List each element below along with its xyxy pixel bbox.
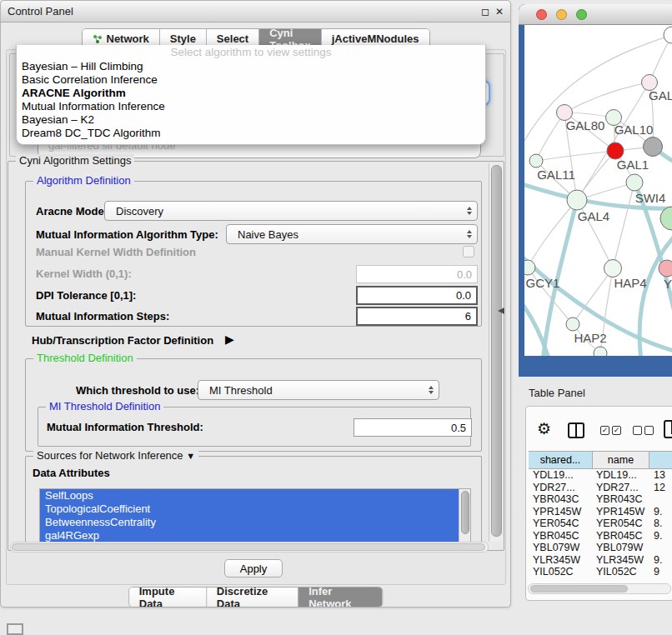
manual-kernel-width-label: Manual Kernel Width Definition	[36, 246, 196, 258]
mi-algorithm-type-label: Mutual Information Algorithm Type:	[36, 228, 218, 241]
dpi-tolerance-field[interactable]: 0.0	[356, 286, 478, 305]
kernel-width-field[interactable]: 0.0	[356, 265, 478, 283]
scrollbar-thumb[interactable]	[530, 585, 628, 592]
network-node-label: GCY1	[526, 276, 560, 290]
which-threshold-label: Which threshold to use:	[76, 384, 199, 397]
network-node[interactable]	[594, 347, 607, 356]
table-row[interactable]: YDL19...YDL19...13	[526, 469, 672, 482]
network-node[interactable]	[607, 142, 624, 159]
table-cell: 8.	[654, 518, 662, 530]
algorithm-dropdown-popup: Select algorithm to view settings Bayesi…	[16, 45, 486, 145]
scrollbar-thumb[interactable]	[491, 165, 502, 537]
attribute-list-item[interactable]: gal4RGexp	[40, 529, 459, 542]
network-node[interactable]	[529, 154, 543, 168]
network-node[interactable]	[659, 260, 672, 277]
network-node[interactable]	[524, 260, 535, 275]
scrollbar-thumb[interactable]	[12, 543, 485, 551]
table-row[interactable]: YBR045CYBR045C9.	[526, 530, 672, 542]
table-row[interactable]: YBL079WYBL079W	[526, 542, 672, 554]
table-horizontal-scrollbar[interactable]	[528, 583, 671, 594]
tab-discretize-data[interactable]: Discretize Data	[206, 588, 298, 607]
mi-threshold-field[interactable]: 0.5	[354, 418, 472, 437]
tab-label: Select	[217, 32, 248, 45]
scrollbar-thumb[interactable]	[461, 491, 469, 534]
control-panel-title: Control Panel	[8, 5, 73, 18]
combo-arrows-icon	[467, 230, 472, 238]
algorithm-popup-item[interactable]: Dream8 DC_TDC Algorithm	[17, 127, 485, 140]
tab-impute-data[interactable]: Impute Data	[129, 588, 206, 607]
settings-vertical-scrollbar[interactable]	[489, 163, 503, 542]
table-row[interactable]: YPR145WYPR145W9.	[526, 506, 672, 518]
control-panel-titlebar[interactable]: Control Panel ◻ ✕	[1, 1, 510, 22]
group-title: Sources for Network Inference ▼	[33, 449, 198, 462]
table-cell: YER054C	[596, 518, 643, 530]
list-vertical-scrollbar[interactable]	[459, 489, 470, 545]
which-threshold-combo[interactable]: MI Threshold	[198, 380, 439, 400]
table-cell: YIL052C	[596, 566, 637, 578]
network-node-label: GAL4	[578, 209, 609, 223]
close-window-icon[interactable]	[536, 9, 547, 20]
attribute-list-item[interactable]: SelfLoops	[40, 489, 459, 502]
table-row[interactable]: YIL052CYIL052C9	[526, 566, 672, 578]
kernel-width-label: Kernel Width (0,1):	[36, 268, 132, 280]
network-node[interactable]	[566, 318, 579, 331]
network-node[interactable]	[567, 190, 587, 210]
table-row[interactable]: YBR043CYBR043C	[526, 493, 672, 506]
combo-arrows-icon	[467, 207, 472, 215]
float-panel-icon[interactable]: ◻	[481, 7, 489, 17]
aracne-mode-combo[interactable]: Discovery	[104, 201, 478, 221]
collapsed-panel-icon[interactable]	[7, 623, 23, 635]
algorithm-popup-item[interactable]: Bayesian – Hill Climbing	[17, 60, 485, 73]
network-canvas[interactable]: GALGAL80GAL10GAL1SWI4GAL11GAL4GCY1HAP4YH…	[524, 25, 672, 356]
network-node[interactable]	[626, 174, 643, 191]
algorithm-popup-item[interactable]: Basic Correlation Inference	[17, 73, 485, 87]
checked-box-icon[interactable]: ✓	[600, 426, 609, 435]
network-view-window[interactable]: GALGAL80GAL10GAL1SWI4GAL11GAL4GCY1HAP4YH…	[519, 4, 672, 377]
network-window-titlebar[interactable]	[519, 4, 672, 25]
table-cell: 9.	[654, 530, 662, 542]
table-row[interactable]: YDR27...YDR27...12	[526, 482, 672, 494]
network-node-label: GAL	[649, 88, 672, 102]
unchecked-box-icon[interactable]	[644, 426, 654, 435]
expanded-arrow-icon[interactable]: ▼	[186, 451, 195, 461]
tab-label: Impute Data	[139, 587, 196, 608]
mi-steps-value: 6	[465, 310, 471, 322]
mi-steps-field[interactable]: 6	[356, 307, 478, 326]
network-node[interactable]	[644, 138, 663, 157]
close-panel-icon[interactable]: ✕	[495, 7, 504, 17]
zoom-window-icon[interactable]	[576, 9, 587, 20]
network-node[interactable]	[604, 260, 622, 278]
settings-horizontal-scrollbar[interactable]	[10, 542, 489, 552]
apply-button[interactable]: Apply	[224, 559, 283, 578]
algorithm-popup-item[interactable]: Mutual Information Inference	[17, 100, 485, 113]
column-header-name[interactable]: name	[593, 451, 649, 469]
attribute-list-item[interactable]: TopologicalCoefficient	[40, 502, 459, 516]
hub-definition-label[interactable]: Hub/Transcription Factor Definition	[32, 334, 213, 347]
column-layout-icon[interactable]	[568, 422, 584, 438]
group-title: Algorithm Definition	[33, 174, 134, 187]
table-row[interactable]: YLR345WYLR345W9.	[526, 554, 672, 567]
mi-algorithm-type-combo[interactable]: Naive Bayes	[226, 224, 478, 244]
gear-icon[interactable]: ⚙	[537, 419, 551, 438]
attribute-list-item[interactable]: BetweennessCentrality	[40, 516, 459, 529]
tab-label: jActiveMNodules	[332, 32, 419, 45]
collapsed-arrow-icon[interactable]: ▶	[225, 332, 234, 346]
unchecked-box-icon[interactable]	[633, 426, 642, 435]
cyni-bottom-tabs: Impute Data Discretize Data Infer Networ…	[128, 587, 384, 608]
checked-box-icon[interactable]: ✓	[612, 426, 621, 435]
column-header-partial[interactable]	[649, 451, 672, 469]
table-cell: YBR043C	[596, 493, 643, 506]
tab-infer-network[interactable]: Infer Network	[298, 588, 382, 607]
data-attributes-list[interactable]: SelfLoopsTopologicalCoefficientBetweenne…	[39, 488, 471, 546]
table-doc-icon[interactable]	[664, 420, 672, 438]
which-threshold-value: MI Threshold	[209, 384, 273, 397]
column-header-shared[interactable]: shared...	[529, 451, 593, 469]
minimize-window-icon[interactable]	[556, 9, 567, 20]
table-panel: ⚙ ✓ ✓ shared... name YDL19...YDL19...13Y…	[525, 406, 672, 601]
table-row[interactable]: YER054CYER054C8.	[526, 518, 672, 530]
manual-kernel-width-checkbox[interactable]	[463, 246, 474, 258]
sources-group: Sources for Network Inference ▼ Data Att…	[25, 456, 482, 548]
algorithm-popup-item[interactable]: Bayesian – K2	[17, 113, 485, 127]
algorithm-popup-item[interactable]: ARACNE Algorithm	[17, 87, 485, 100]
network-node[interactable]	[664, 27, 672, 43]
